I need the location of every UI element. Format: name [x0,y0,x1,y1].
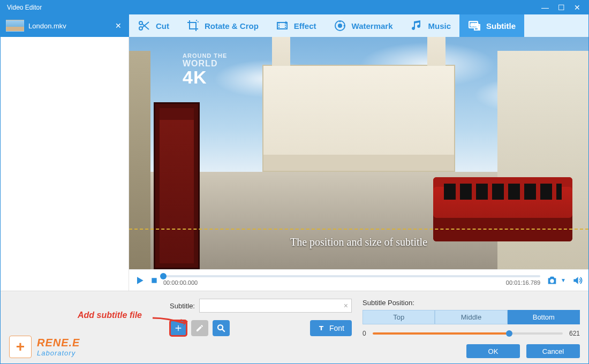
video-preview[interactable]: AROUND THE WORLD 4K The position and siz… [129,37,588,269]
stop-button[interactable] [150,277,158,284]
position-opt-top[interactable]: Top [363,310,435,324]
titlebar: Video Editor — ☐ ✕ [1,1,588,14]
file-tab-close-icon[interactable]: ✕ [113,21,124,30]
mid-area: AROUND THE WORLD 4K The position and siz… [1,37,588,291]
filetab-area: London.mkv ✕ [1,14,129,37]
svg-point-11 [550,279,554,283]
scissors-icon [138,19,150,32]
filmstrip-icon [276,19,289,32]
slider-min: 0 [363,330,366,337]
seek-track[interactable] [163,275,540,277]
time-current: 00:00:00.000 [163,279,198,286]
tab-label: Subtitle [486,21,516,31]
font-button[interactable]: Font [310,320,352,336]
bottom-left-col: Add subtitle file + RENE.E Laboratory [9,298,159,358]
tab-music[interactable]: Music [402,14,460,37]
annotation-arrow-icon [152,316,192,327]
svg-point-12 [218,325,223,330]
tab-cut[interactable]: Cut [129,14,178,37]
tab-subtitle[interactable]: SUBT Subtitle [459,14,524,37]
video-watermark: AROUND THE WORLD 4K [183,53,227,87]
bottom-panel: Add subtitle file + RENE.E Laboratory Su… [1,291,588,363]
snapshot-dropdown-icon[interactable]: ▼ [561,277,566,283]
window-title: Video Editor [4,4,537,11]
subtitle-path-input[interactable]: × [199,299,352,313]
minimize-button[interactable]: — [537,3,553,12]
app-window: Video Editor — ☐ ✕ London.mkv ✕ Cut [0,0,589,364]
file-thumb-icon [6,20,24,32]
brand-logo: + RENE.E Laboratory [9,336,80,358]
position-label: Subtitle Position: [363,299,580,307]
position-slider[interactable] [373,332,563,335]
watermark-icon [334,19,346,32]
scene-painting: AROUND THE WORLD 4K The position and siz… [129,37,588,269]
close-button[interactable]: ✕ [569,3,585,12]
subtitle-label: Subtitle: [170,302,195,310]
tab-rotate-crop[interactable]: Rotate & Crop [178,14,267,37]
snapshot-button[interactable] [546,275,558,286]
tab-label: Music [428,21,451,31]
sidebar [1,37,129,291]
play-button[interactable] [134,275,145,286]
tab-label: Cut [156,21,169,31]
position-segmented: Top Middle Bottom [363,310,580,324]
cancel-button[interactable]: Cancel [526,344,580,358]
tab-label: Watermark [352,21,393,31]
tab-effect[interactable]: Effect [267,14,325,37]
font-button-label: Font [329,324,344,332]
subtitle-guide-line [129,229,588,230]
tab-label: Rotate & Crop [205,21,259,31]
top-row: London.mkv ✕ Cut Rotate & Crop [1,14,588,37]
toolbar: Cut Rotate & Crop Effect Watermark [129,14,588,37]
logo-line2: Laboratory [37,349,80,357]
subtitle-controls: Subtitle: × Font [170,298,352,358]
position-opt-bottom[interactable]: Bottom [508,310,580,324]
svg-rect-10 [152,278,156,283]
slider-max: 621 [569,330,580,337]
subtitle-icon: SUBT [468,19,481,32]
footer-buttons: OK Cancel [466,344,580,358]
logo-badge-icon: + [9,336,32,358]
ok-button[interactable]: OK [466,344,520,358]
playbar: 00:00:00.000 00:01:16.789 ▼ [129,269,588,291]
slider-knob[interactable] [506,330,512,337]
seek-wrap: 00:00:00.000 00:01:16.789 [163,275,540,286]
svg-point-6 [343,25,345,27]
edit-subtitle-button[interactable] [191,320,208,336]
time-total: 00:01:16.789 [506,279,540,286]
subtitle-overlay-text: The position and size of subtitle [129,236,588,248]
music-note-icon [410,19,423,32]
watermark-line3: 4K [183,68,227,87]
position-opt-middle[interactable]: Middle [435,310,507,324]
svg-point-5 [339,21,341,22]
volume-button[interactable] [571,275,583,286]
file-tab[interactable]: London.mkv ✕ [1,14,129,37]
clear-input-icon[interactable]: × [344,301,348,310]
search-subtitle-button[interactable] [213,320,230,336]
svg-text:T: T [477,26,480,31]
maximize-button[interactable]: ☐ [553,3,569,12]
svg-point-4 [338,24,342,28]
logo-line1: RENE.E [37,337,80,349]
file-name: London.mkv [28,22,109,30]
crop-rotate-icon [186,19,199,32]
tab-watermark[interactable]: Watermark [325,14,402,37]
watermark-line1: AROUND THE [183,53,227,59]
annotation-text: Add subtitle file [78,310,142,320]
seek-knob[interactable] [160,273,167,279]
preview-area: AROUND THE WORLD 4K The position and siz… [129,37,588,291]
tab-label: Effect [294,21,316,31]
